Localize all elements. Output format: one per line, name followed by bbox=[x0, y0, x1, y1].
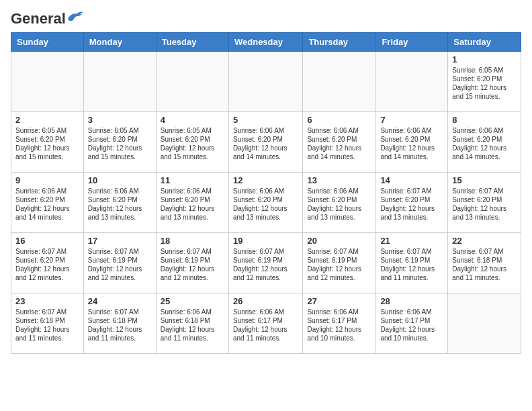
calendar-week-row: 23Sunrise: 6:07 AM Sunset: 6:18 PM Dayli… bbox=[11, 293, 521, 354]
day-number: 4 bbox=[161, 115, 224, 125]
day-number: 24 bbox=[88, 296, 152, 306]
day-info: Sunrise: 6:05 AM Sunset: 6:20 PM Dayligh… bbox=[88, 126, 152, 161]
day-info: Sunrise: 6:06 AM Sunset: 6:20 PM Dayligh… bbox=[233, 126, 298, 161]
day-info: Sunrise: 6:07 AM Sunset: 6:18 PM Dayligh… bbox=[88, 308, 152, 342]
day-number: 14 bbox=[380, 175, 443, 185]
logo: General bbox=[11, 11, 83, 27]
calendar-cell: 23Sunrise: 6:07 AM Sunset: 6:18 PM Dayli… bbox=[11, 293, 84, 354]
calendar-cell: 18Sunrise: 6:07 AM Sunset: 6:19 PM Dayli… bbox=[156, 233, 228, 293]
calendar-cell: 11Sunrise: 6:06 AM Sunset: 6:20 PM Dayli… bbox=[156, 173, 228, 233]
calendar-cell: 8Sunrise: 6:06 AM Sunset: 6:20 PM Daylig… bbox=[448, 112, 521, 173]
day-info: Sunrise: 6:07 AM Sunset: 6:19 PM Dayligh… bbox=[380, 247, 443, 282]
calendar-cell bbox=[83, 52, 156, 112]
day-number: 8 bbox=[452, 115, 517, 125]
day-info: Sunrise: 6:06 AM Sunset: 6:20 PM Dayligh… bbox=[307, 187, 371, 222]
calendar-table: SundayMondayTuesdayWednesdayThursdayFrid… bbox=[11, 32, 521, 354]
day-number: 18 bbox=[161, 236, 224, 246]
day-info: Sunrise: 6:06 AM Sunset: 6:20 PM Dayligh… bbox=[307, 126, 371, 161]
calendar-cell: 5Sunrise: 6:06 AM Sunset: 6:20 PM Daylig… bbox=[228, 112, 302, 173]
day-info: Sunrise: 6:06 AM Sunset: 6:20 PM Dayligh… bbox=[452, 126, 517, 161]
calendar-cell: 27Sunrise: 6:06 AM Sunset: 6:17 PM Dayli… bbox=[303, 293, 376, 354]
day-number: 6 bbox=[307, 115, 371, 125]
day-info: Sunrise: 6:06 AM Sunset: 6:18 PM Dayligh… bbox=[161, 308, 224, 342]
day-info: Sunrise: 6:07 AM Sunset: 6:20 PM Dayligh… bbox=[452, 187, 517, 222]
day-number: 3 bbox=[88, 115, 152, 125]
logo-text: General bbox=[11, 11, 66, 27]
day-info: Sunrise: 6:06 AM Sunset: 6:20 PM Dayligh… bbox=[233, 187, 298, 222]
calendar-cell: 4Sunrise: 6:05 AM Sunset: 6:20 PM Daylig… bbox=[156, 112, 228, 173]
calendar-cell: 13Sunrise: 6:06 AM Sunset: 6:20 PM Dayli… bbox=[303, 173, 376, 233]
day-number: 21 bbox=[380, 236, 443, 246]
calendar-cell: 26Sunrise: 6:06 AM Sunset: 6:17 PM Dayli… bbox=[228, 293, 302, 354]
calendar-week-row: 2Sunrise: 6:05 AM Sunset: 6:20 PM Daylig… bbox=[11, 112, 521, 173]
day-info: Sunrise: 6:06 AM Sunset: 6:20 PM Dayligh… bbox=[380, 126, 443, 161]
calendar-cell: 20Sunrise: 6:07 AM Sunset: 6:19 PM Dayli… bbox=[303, 233, 376, 293]
day-info: Sunrise: 6:07 AM Sunset: 6:18 PM Dayligh… bbox=[452, 247, 517, 282]
day-number: 25 bbox=[161, 296, 224, 306]
calendar-header-row: SundayMondayTuesdayWednesdayThursdayFrid… bbox=[11, 33, 521, 52]
calendar-cell: 10Sunrise: 6:06 AM Sunset: 6:20 PM Dayli… bbox=[83, 173, 156, 233]
calendar-cell bbox=[156, 52, 228, 112]
calendar-cell bbox=[11, 52, 84, 112]
day-info: Sunrise: 6:06 AM Sunset: 6:17 PM Dayligh… bbox=[380, 308, 443, 342]
calendar-cell bbox=[376, 52, 448, 112]
day-number: 7 bbox=[380, 115, 443, 125]
day-number: 1 bbox=[452, 54, 517, 64]
day-info: Sunrise: 6:07 AM Sunset: 6:19 PM Dayligh… bbox=[88, 247, 152, 282]
day-number: 28 bbox=[380, 296, 443, 306]
day-info: Sunrise: 6:06 AM Sunset: 6:17 PM Dayligh… bbox=[307, 308, 371, 342]
logo-bird-icon bbox=[67, 11, 83, 24]
calendar-cell: 6Sunrise: 6:06 AM Sunset: 6:20 PM Daylig… bbox=[303, 112, 376, 173]
calendar-cell: 19Sunrise: 6:07 AM Sunset: 6:19 PM Dayli… bbox=[228, 233, 302, 293]
page-header: General bbox=[11, 11, 521, 27]
day-info: Sunrise: 6:06 AM Sunset: 6:17 PM Dayligh… bbox=[233, 308, 298, 342]
day-number: 13 bbox=[307, 175, 371, 185]
calendar-cell: 12Sunrise: 6:06 AM Sunset: 6:20 PM Dayli… bbox=[228, 173, 302, 233]
day-info: Sunrise: 6:07 AM Sunset: 6:19 PM Dayligh… bbox=[161, 247, 224, 282]
calendar-week-row: 16Sunrise: 6:07 AM Sunset: 6:20 PM Dayli… bbox=[11, 233, 521, 293]
day-number: 10 bbox=[88, 175, 152, 185]
calendar-day-header: Monday bbox=[83, 33, 156, 52]
day-number: 11 bbox=[161, 175, 224, 185]
day-info: Sunrise: 6:07 AM Sunset: 6:20 PM Dayligh… bbox=[380, 187, 443, 222]
day-number: 12 bbox=[233, 175, 298, 185]
calendar-cell: 17Sunrise: 6:07 AM Sunset: 6:19 PM Dayli… bbox=[83, 233, 156, 293]
calendar-cell bbox=[303, 52, 376, 112]
day-info: Sunrise: 6:05 AM Sunset: 6:20 PM Dayligh… bbox=[161, 126, 224, 161]
calendar-cell: 14Sunrise: 6:07 AM Sunset: 6:20 PM Dayli… bbox=[376, 173, 448, 233]
calendar-cell bbox=[448, 293, 521, 354]
day-number: 5 bbox=[233, 115, 298, 125]
calendar-cell: 21Sunrise: 6:07 AM Sunset: 6:19 PM Dayli… bbox=[376, 233, 448, 293]
calendar-cell: 15Sunrise: 6:07 AM Sunset: 6:20 PM Dayli… bbox=[448, 173, 521, 233]
day-info: Sunrise: 6:07 AM Sunset: 6:20 PM Dayligh… bbox=[15, 247, 79, 282]
day-number: 23 bbox=[15, 296, 79, 306]
calendar-day-header: Tuesday bbox=[156, 33, 228, 52]
day-info: Sunrise: 6:06 AM Sunset: 6:20 PM Dayligh… bbox=[88, 187, 152, 222]
day-number: 22 bbox=[452, 236, 517, 246]
calendar-cell: 1Sunrise: 6:05 AM Sunset: 6:20 PM Daylig… bbox=[448, 52, 521, 112]
calendar-cell: 2Sunrise: 6:05 AM Sunset: 6:20 PM Daylig… bbox=[11, 112, 84, 173]
day-number: 9 bbox=[15, 175, 79, 185]
calendar-cell: 22Sunrise: 6:07 AM Sunset: 6:18 PM Dayli… bbox=[448, 233, 521, 293]
day-info: Sunrise: 6:06 AM Sunset: 6:20 PM Dayligh… bbox=[15, 187, 79, 222]
day-info: Sunrise: 6:05 AM Sunset: 6:20 PM Dayligh… bbox=[15, 126, 79, 161]
calendar-cell: 9Sunrise: 6:06 AM Sunset: 6:20 PM Daylig… bbox=[11, 173, 84, 233]
calendar-day-header: Thursday bbox=[303, 33, 376, 52]
day-info: Sunrise: 6:06 AM Sunset: 6:20 PM Dayligh… bbox=[161, 187, 224, 222]
day-number: 16 bbox=[15, 236, 79, 246]
day-number: 26 bbox=[233, 296, 298, 306]
day-info: Sunrise: 6:07 AM Sunset: 6:19 PM Dayligh… bbox=[307, 247, 371, 282]
calendar-day-header: Friday bbox=[376, 33, 448, 52]
calendar-cell: 7Sunrise: 6:06 AM Sunset: 6:20 PM Daylig… bbox=[376, 112, 448, 173]
calendar-cell: 28Sunrise: 6:06 AM Sunset: 6:17 PM Dayli… bbox=[376, 293, 448, 354]
day-number: 2 bbox=[15, 115, 79, 125]
day-info: Sunrise: 6:07 AM Sunset: 6:18 PM Dayligh… bbox=[15, 308, 79, 342]
day-number: 20 bbox=[307, 236, 371, 246]
day-number: 27 bbox=[307, 296, 371, 306]
day-info: Sunrise: 6:07 AM Sunset: 6:19 PM Dayligh… bbox=[233, 247, 298, 282]
calendar-day-header: Sunday bbox=[11, 33, 84, 52]
calendar-week-row: 1Sunrise: 6:05 AM Sunset: 6:20 PM Daylig… bbox=[11, 52, 521, 112]
day-number: 19 bbox=[233, 236, 298, 246]
calendar-cell: 24Sunrise: 6:07 AM Sunset: 6:18 PM Dayli… bbox=[83, 293, 156, 354]
calendar-cell: 16Sunrise: 6:07 AM Sunset: 6:20 PM Dayli… bbox=[11, 233, 84, 293]
